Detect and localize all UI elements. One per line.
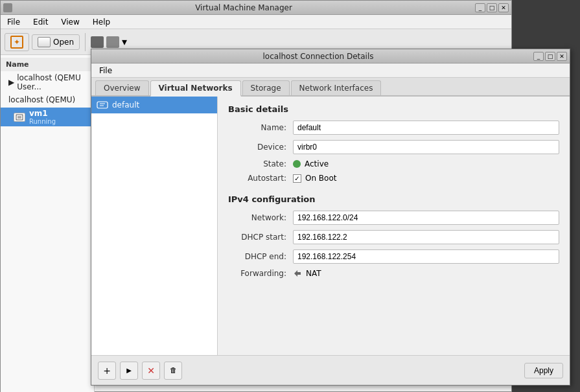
tab-overview[interactable]: Overview [95,80,149,95]
autostart-label: Autostart: [228,174,293,183]
vmm-title-controls: _ □ ✕ [475,3,509,12]
network-input[interactable] [293,211,559,225]
vm-status: Running [29,118,56,125]
details-panel: Basic details Name: Device: State: Activ… [218,97,570,361]
device-input[interactable] [293,140,559,154]
forwarding-label: Forwarding: [228,269,293,278]
open-label: Open [53,38,74,47]
dialog-close-button[interactable]: ✕ [557,52,567,61]
basic-details-title: Basic details [228,104,559,114]
vmm-titlebar: Virtual Machine Manager _ □ ✕ [1,1,511,15]
minimize-button[interactable]: _ [475,3,485,12]
ipv4-section-title: IPv4 configuration [228,194,559,204]
footer-left: + ▶ ✕ 🗑 [98,362,182,380]
network-item-default[interactable]: default [91,97,217,113]
dialog-footer: + ▶ ✕ 🗑 Apply [91,355,570,385]
add-network-button[interactable]: + [98,362,116,380]
toolbar-icon-1 [91,36,104,48]
dialog-minimize-button[interactable]: _ [533,52,544,61]
device-value [293,140,559,154]
dialog-content: default Basic details Name: Device: Stat… [91,97,570,361]
new-button[interactable]: ✦ [5,33,29,51]
name-value [293,121,559,135]
maximize-button[interactable]: □ [487,3,497,12]
network-row: Network: [228,211,559,225]
menu-file[interactable]: File [3,16,24,28]
delete-network-button[interactable]: ✕ [142,362,160,380]
group-label: localhost (QEMU User... [17,73,89,91]
vm-svg-icon [16,114,23,121]
dhcp-start-input[interactable] [293,230,559,244]
network-list: default [91,97,218,361]
device-row: Device: [228,140,559,154]
dhcp-end-value [293,249,559,264]
toolbar-dropdown-icon[interactable]: ▾ [122,36,127,48]
vmm-menubar: File Edit View Help [1,15,511,29]
vmm-icon [3,3,12,12]
svg-rect-1 [17,116,21,119]
toolbar-icon-2 [106,36,119,48]
network-label: Network: [228,213,293,222]
state-value-row: Active [293,159,329,168]
state-value: Active [305,159,329,168]
open-button[interactable]: Open [32,34,80,50]
name-row: Name: [228,121,559,135]
tab-network-interfaces[interactable]: Network Interfaces [291,80,382,95]
tab-virtual-networks[interactable]: Virtual Networks [150,80,241,97]
state-label: State: [228,159,293,168]
network-name: default [112,100,139,110]
open-icon [38,37,51,47]
autostart-row: Autostart: ✓ On Boot [228,174,559,183]
dialog-titlebar: localhost Connection Details _ □ ✕ [91,49,570,63]
dhcp-start-row: DHCP start: [228,230,559,244]
vm-info: vm1 Running [29,109,56,125]
toolbar-separator [85,33,86,51]
dhcp-start-value [293,230,559,244]
sidebar-item-vm[interactable]: vm1 Running [1,108,94,126]
apply-button[interactable]: Apply [524,363,563,378]
name-input[interactable] [293,121,559,135]
arrow-icon: ▶ [8,78,14,87]
dialog-controls: _ □ ✕ [533,52,567,61]
device-label: Device: [228,143,293,152]
forwarding-value: NAT [306,269,321,278]
autostart-value-row: ✓ On Boot [293,174,337,183]
dhcp-end-input[interactable] [293,249,559,264]
connection-details-dialog: localhost Connection Details _ □ ✕ File … [91,49,570,386]
menu-view[interactable]: View [57,16,83,28]
menu-help[interactable]: Help [89,16,114,28]
dialog-maximize-button[interactable]: □ [545,52,555,61]
autostart-checkbox[interactable]: ✓ [293,174,301,183]
dhcp-end-label: DHCP end: [228,252,293,261]
svg-rect-2 [97,102,108,108]
menu-edit[interactable]: Edit [29,16,52,28]
dialog-menu-file[interactable]: File [95,65,116,76]
toolbar-extra: ▾ [91,36,127,48]
sidebar-item-group[interactable]: ▶ localhost (QEMU User... [1,71,94,93]
dhcp-end-row: DHCP end: [228,249,559,264]
host-label: localhost (QEMU) [8,95,75,104]
dialog-title: localhost Connection Details [103,52,533,61]
nat-icon [293,270,302,277]
new-icon: ✦ [10,36,23,49]
name-label: Name: [228,123,293,132]
network-icon [97,100,108,110]
tab-storage[interactable]: Storage [242,80,290,95]
sidebar-item-host[interactable]: localhost (QEMU) [1,93,94,106]
forwarding-value-row: NAT [293,269,321,278]
forwarding-row: Forwarding: NAT [228,269,559,278]
sidebar-name-label: Name [1,58,94,71]
start-network-button[interactable]: ▶ [120,362,138,380]
dialog-menubar: File [91,63,570,78]
close-button[interactable]: ✕ [498,3,509,12]
vm-name: vm1 [29,109,56,118]
vmm-title: Virtual Machine Manager [12,3,475,12]
tabs-bar: Overview Virtual Networks Storage Networ… [91,78,570,97]
svg-marker-5 [294,270,301,277]
vm-icon [14,113,25,122]
autostart-value: On Boot [305,174,337,183]
trash-network-button[interactable]: 🗑 [164,362,182,380]
state-row: State: Active [228,159,559,168]
state-active-dot [293,160,301,168]
vmm-sidebar: Name ▶ localhost (QEMU User... localhost… [1,55,95,392]
